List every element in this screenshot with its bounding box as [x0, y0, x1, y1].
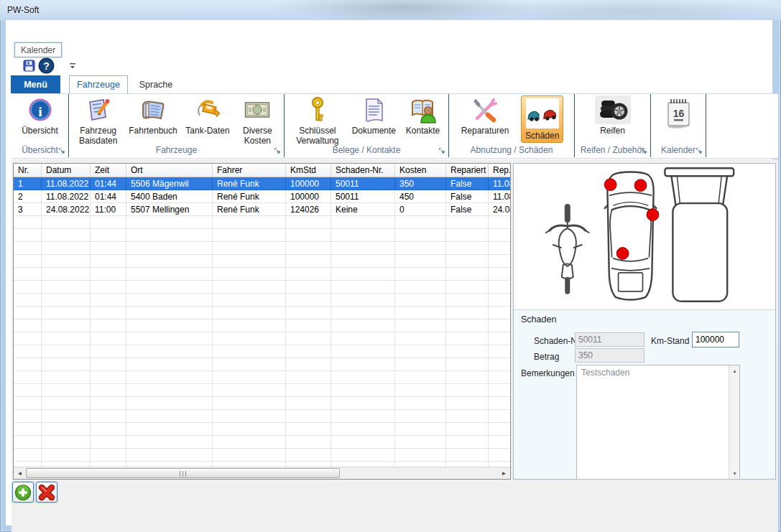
grid-cell[interactable]: 0 — [395, 203, 446, 216]
grid-cell[interactable] — [446, 216, 489, 229]
scroll-up-arrow-icon[interactable]: ▲ — [729, 365, 740, 376]
grid-cell[interactable]: 24.08.2022 — [489, 203, 510, 216]
table-row[interactable] — [14, 319, 510, 332]
dialog-launcher-icon[interactable] — [695, 147, 703, 154]
grid-cell[interactable] — [331, 397, 395, 410]
grid-cell[interactable] — [489, 242, 510, 255]
schaden-nr-field[interactable] — [575, 332, 644, 347]
grid-cell[interactable] — [446, 242, 489, 255]
grid-cell[interactable] — [489, 423, 510, 436]
grid-cell[interactable] — [331, 423, 395, 436]
grid-cell[interactable] — [42, 281, 91, 294]
grid-cell[interactable] — [489, 397, 510, 410]
grid-cell[interactable] — [331, 462, 395, 467]
grid-cell[interactable] — [331, 294, 395, 307]
table-row[interactable] — [14, 268, 510, 281]
grid-cell[interactable] — [286, 397, 331, 410]
grid-cell[interactable] — [42, 423, 91, 436]
grid-cell[interactable] — [91, 345, 126, 358]
grid-cell[interactable] — [14, 229, 42, 242]
grid-cell[interactable] — [213, 423, 286, 436]
grid-cell[interactable] — [286, 281, 331, 294]
grid-cell[interactable] — [213, 384, 286, 397]
grid-cell[interactable] — [42, 255, 91, 268]
grid-cell[interactable] — [14, 242, 42, 255]
horizontal-scrollbar[interactable]: ◄ ► — [14, 467, 510, 479]
grid-cell[interactable] — [42, 410, 91, 423]
damage-marker-dot[interactable] — [616, 247, 629, 259]
grid-cell[interactable] — [395, 229, 446, 242]
grid-cell[interactable] — [91, 229, 126, 242]
grid-cell[interactable]: 450 — [395, 190, 446, 203]
grid-cell[interactable] — [489, 216, 510, 229]
grid-cell[interactable] — [14, 462, 42, 467]
grid-cell[interactable] — [286, 358, 331, 371]
grid-cell[interactable] — [42, 397, 91, 410]
grid-cell[interactable]: 50011 — [331, 190, 395, 203]
grid-cell[interactable] — [331, 436, 395, 449]
table-row[interactable] — [14, 332, 510, 345]
grid-cell[interactable] — [14, 384, 42, 397]
grid-cell[interactable] — [42, 216, 91, 229]
scroll-down-arrow-icon[interactable]: ▼ — [729, 468, 740, 479]
ribbon-button-dokumente[interactable]: Dokumente — [351, 95, 397, 136]
ribbon-button-reifen[interactable]: Reifen — [593, 95, 632, 136]
grid-cell[interactable] — [331, 345, 395, 358]
table-row[interactable] — [14, 384, 510, 397]
grid-cell[interactable] — [395, 410, 446, 423]
grid-cell[interactable]: René Funk — [213, 177, 286, 190]
grid-cell[interactable] — [489, 255, 510, 268]
ribbon-button-kontakte[interactable]: Kontakte — [405, 95, 441, 136]
grid-cell[interactable] — [446, 319, 489, 332]
grid-cell[interactable] — [126, 332, 213, 345]
grid-cell[interactable]: 11:00 — [91, 203, 126, 216]
grid-column-header[interactable]: Ort — [126, 164, 213, 177]
grid-column-header[interactable]: KmStd — [286, 164, 331, 177]
grid-cell[interactable] — [91, 462, 126, 467]
grid-cell[interactable]: Keine — [331, 203, 395, 216]
grid-cell[interactable] — [395, 397, 446, 410]
grid-cell[interactable]: 5400 Baden — [126, 190, 213, 203]
grid-cell[interactable] — [489, 268, 510, 281]
grid-cell[interactable]: René Funk — [213, 203, 286, 216]
grid-cell[interactable] — [14, 319, 42, 332]
dialog-launcher-icon[interactable] — [274, 147, 281, 154]
grid-cell[interactable] — [42, 358, 91, 371]
grid-cell[interactable] — [446, 229, 489, 242]
grid-cell[interactable] — [91, 294, 126, 307]
grid-cell[interactable] — [395, 216, 446, 229]
grid-column-header[interactable]: Fahrer — [213, 164, 286, 177]
grid-cell[interactable] — [446, 281, 489, 294]
ribbon-button-uebersicht[interactable]: i Übersicht — [20, 95, 60, 136]
grid-cell[interactable] — [446, 332, 489, 345]
grid-cell[interactable] — [446, 423, 489, 436]
grid-cell[interactable] — [14, 436, 42, 449]
grid-cell[interactable] — [126, 319, 213, 332]
grid-cell[interactable] — [446, 449, 489, 462]
grid-cell[interactable] — [286, 449, 331, 462]
grid-cell[interactable] — [14, 294, 42, 307]
grid-cell[interactable] — [489, 358, 510, 371]
grid-cell[interactable] — [42, 242, 91, 255]
grid-cell[interactable] — [331, 242, 395, 255]
damage-marker-dot[interactable] — [634, 179, 647, 192]
grid-cell[interactable] — [286, 345, 331, 358]
grid-cell[interactable] — [286, 371, 331, 384]
grid-cell[interactable] — [126, 410, 213, 423]
table-row[interactable] — [14, 255, 510, 268]
table-row[interactable] — [14, 423, 510, 436]
grid-cell[interactable] — [126, 462, 213, 467]
grid-cell[interactable] — [286, 384, 331, 397]
grid-cell[interactable] — [213, 294, 286, 307]
grid-cell[interactable] — [126, 423, 213, 436]
grid-cell[interactable] — [91, 371, 126, 384]
grid-header-row[interactable]: Nr.DatumZeitOrtFahrerKmStdSchaden-Nr.Kos… — [14, 164, 510, 177]
grid-cell[interactable] — [126, 345, 213, 358]
grid-cell[interactable] — [91, 307, 126, 319]
table-row[interactable] — [14, 436, 510, 449]
grid-cell[interactable]: 5506 Mägenwil — [126, 177, 213, 190]
grid-cell[interactable] — [331, 307, 395, 319]
table-row[interactable] — [14, 462, 510, 467]
grid-cell[interactable] — [286, 268, 331, 281]
grid-column-header[interactable]: Nr. — [14, 164, 42, 177]
